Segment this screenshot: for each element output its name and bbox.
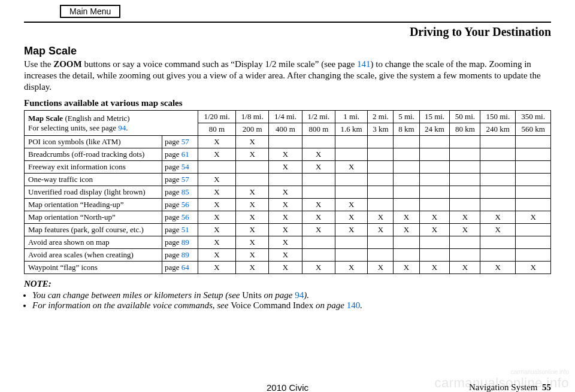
mark-cell	[368, 161, 394, 174]
mark-cell	[516, 249, 551, 262]
scale-km-cell: 3 km	[368, 123, 394, 136]
table-row: Map orientation “North-up”page 56XXXXXXX…	[25, 211, 551, 224]
mark-cell	[394, 199, 419, 211]
page-link[interactable]: 51	[181, 225, 189, 234]
mark-cell: X	[335, 262, 367, 274]
mark-cell: X	[198, 148, 236, 161]
table-row: Avoid area shown on mappage 89XXX	[25, 236, 551, 249]
page-ref-cell: page 61	[162, 148, 198, 161]
hdr-line2b: .	[126, 123, 128, 132]
mark-cell	[368, 199, 394, 211]
mark-cell	[335, 136, 367, 148]
mark-cell: X	[480, 224, 516, 236]
mark-cell	[450, 236, 480, 249]
mark-cell: X	[516, 211, 551, 224]
table-row: Breadcrumbs (off-road tracking dots)page…	[25, 148, 551, 161]
page-link[interactable]: 64	[181, 263, 189, 272]
mark-cell: X	[236, 224, 269, 236]
feature-cell: Map orientation “Heading-up”	[25, 199, 162, 211]
mark-cell: X	[450, 262, 480, 274]
divider-top	[24, 22, 551, 23]
feature-cell: Map features (park, golf course, etc.)	[25, 224, 162, 236]
mark-cell	[480, 236, 516, 249]
mark-cell: X	[450, 211, 480, 224]
mark-cell: X	[302, 161, 335, 174]
mark-cell: X	[302, 148, 335, 161]
intro-text-1: Use the	[24, 59, 53, 69]
page-link[interactable]: 56	[181, 200, 189, 209]
scale-km-cell: 80 km	[450, 123, 480, 136]
mark-cell: X	[198, 236, 236, 249]
mark-cell: X	[269, 262, 302, 274]
page-link[interactable]: 85	[181, 187, 189, 196]
page-link[interactable]: 61	[181, 150, 189, 159]
mark-cell	[368, 174, 394, 186]
mark-cell: X	[335, 161, 367, 174]
mark-cell	[516, 136, 551, 148]
scale-mi-cell: 5 mi.	[394, 111, 419, 123]
feature-cell: POI icon symbols (like ATM)	[25, 136, 162, 148]
hdr-bold: Map Scale	[28, 114, 63, 123]
watermark-small: carmanualsonline.info	[511, 369, 569, 375]
mark-cell: X	[236, 148, 269, 161]
mark-cell: X	[394, 262, 419, 274]
page-link[interactable]: 54	[181, 162, 189, 171]
chapter-title: Driving to Your Destination	[24, 25, 551, 39]
main-menu-button[interactable]: Main Menu	[60, 5, 120, 18]
note-text: on page	[262, 290, 295, 300]
mark-cell: X	[302, 262, 335, 274]
mark-cell	[335, 249, 367, 262]
table-row: One-way traffic iconpage 57X	[25, 174, 551, 186]
page-link[interactable]: 89	[181, 250, 189, 259]
scale-mi-cell: 1/8 mi.	[236, 111, 269, 123]
page-link[interactable]: 89	[181, 238, 189, 247]
page-ref-cell: page 85	[162, 186, 198, 199]
mark-cell	[419, 174, 450, 186]
mark-cell	[480, 136, 516, 148]
feature-cell: Map orientation “North-up”	[25, 211, 162, 224]
scale-mi-cell: 15 mi.	[419, 111, 450, 123]
mark-cell: X	[236, 262, 269, 274]
note-heading: NOTE:	[24, 279, 551, 289]
mark-cell	[302, 174, 335, 186]
mark-cell	[450, 249, 480, 262]
page-link[interactable]: 57	[181, 175, 189, 184]
page-prefix: page	[165, 238, 181, 247]
mark-cell	[302, 136, 335, 148]
mark-cell	[269, 136, 302, 148]
mark-cell	[335, 174, 367, 186]
mark-cell: X	[198, 262, 236, 274]
table-caption: Functions available at various map scale…	[24, 98, 551, 108]
mark-cell: X	[269, 199, 302, 211]
page-link[interactable]: 140	[347, 300, 361, 310]
mark-cell: X	[236, 199, 269, 211]
scale-km-cell: 400 m	[269, 123, 302, 136]
page-link-94-hdr[interactable]: 94	[118, 123, 126, 132]
mark-cell	[419, 236, 450, 249]
mark-cell: X	[419, 211, 450, 224]
hdr-rest1: (English and Metric)	[63, 114, 130, 123]
note-text: .	[360, 300, 362, 310]
page-link[interactable]: 56	[181, 212, 189, 221]
feature-cell: Avoid area scales (when creating)	[25, 249, 162, 262]
mark-cell: X	[302, 211, 335, 224]
table-header-row-mi: Map Scale (English and Metric) For selec…	[25, 111, 551, 123]
mark-cell: X	[236, 236, 269, 249]
page-link[interactable]: 94	[295, 290, 304, 300]
mark-cell: X	[236, 211, 269, 224]
mark-cell	[480, 199, 516, 211]
page-link[interactable]: 57	[181, 137, 189, 146]
scale-mi-cell: 2 mi.	[368, 111, 394, 123]
mark-cell	[450, 148, 480, 161]
notes-list: You can change between miles or kilomete…	[32, 290, 551, 311]
mark-cell: X	[394, 224, 419, 236]
intro-paragraph: Use the ZOOM buttons or say a voice comm…	[24, 59, 551, 92]
page-prefix: page	[165, 187, 181, 196]
mark-cell	[516, 174, 551, 186]
page-prefix: page	[165, 263, 181, 272]
mark-cell	[335, 148, 367, 161]
mark-cell: X	[516, 262, 551, 274]
mark-cell	[236, 174, 269, 186]
page-link-141[interactable]: 141	[357, 59, 371, 69]
mark-cell	[516, 161, 551, 174]
